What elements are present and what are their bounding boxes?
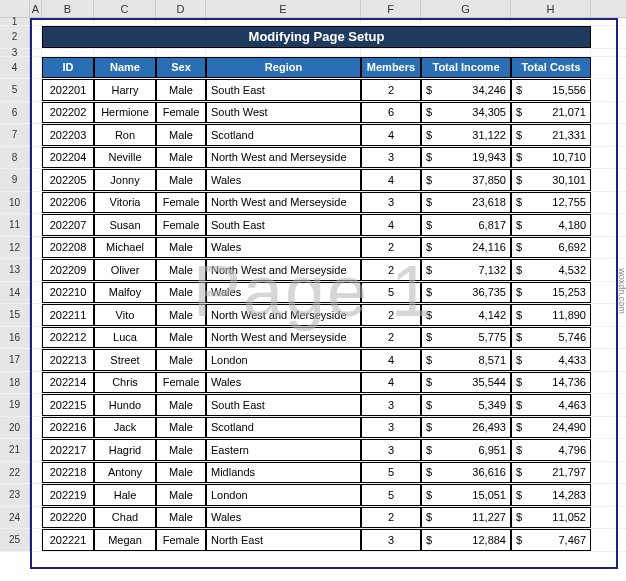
cell-members[interactable]: 5	[361, 282, 421, 304]
cell-region[interactable]: North West and Merseyside	[206, 304, 361, 326]
cell-costs[interactable]: $12,755	[511, 192, 591, 214]
cell-costs[interactable]: $4,463	[511, 394, 591, 416]
col-header-G[interactable]: G	[421, 0, 511, 17]
row-header[interactable]: 2	[0, 26, 30, 48]
cell-name[interactable]: Luca	[94, 327, 156, 349]
cell-members[interactable]: 4	[361, 372, 421, 394]
cell-members[interactable]: 4	[361, 169, 421, 191]
row-header[interactable]: 7	[0, 124, 30, 146]
cell-members[interactable]: 4	[361, 349, 421, 371]
cell-costs[interactable]: $15,253	[511, 282, 591, 304]
header-name[interactable]: Name	[94, 57, 156, 79]
cell-region[interactable]: South East	[206, 214, 361, 236]
row-header[interactable]: 4	[0, 57, 30, 79]
cell[interactable]	[421, 49, 511, 56]
cell-members[interactable]: 2	[361, 237, 421, 259]
cell-sex[interactable]: Male	[156, 282, 206, 304]
cell[interactable]	[511, 18, 591, 25]
cell[interactable]	[30, 439, 42, 461]
cell-costs[interactable]: $5,746	[511, 327, 591, 349]
cell[interactable]	[30, 394, 42, 416]
cell[interactable]	[30, 507, 42, 529]
cell-name[interactable]: Hermione	[94, 102, 156, 124]
cell[interactable]	[30, 147, 42, 169]
cell-members[interactable]: 2	[361, 327, 421, 349]
cell[interactable]	[30, 214, 42, 236]
cell-income[interactable]: $6,817	[421, 214, 511, 236]
col-header-A[interactable]: A	[30, 0, 42, 17]
cell-costs[interactable]: $15,556	[511, 79, 591, 101]
page-title[interactable]: Modifying Page Setup	[42, 26, 591, 48]
cell-sex[interactable]: Male	[156, 349, 206, 371]
cell-name[interactable]: Ron	[94, 124, 156, 146]
cell-income[interactable]: $23,618	[421, 192, 511, 214]
cell-costs[interactable]: $21,797	[511, 462, 591, 484]
cell-id[interactable]: 202212	[42, 327, 94, 349]
cell-income[interactable]: $5,775	[421, 327, 511, 349]
row-header[interactable]: 13	[0, 259, 30, 281]
row-header[interactable]: 18	[0, 372, 30, 394]
cell-sex[interactable]: Female	[156, 214, 206, 236]
row-header[interactable]: 25	[0, 529, 30, 551]
spreadsheet-grid[interactable]: A B C D E F G H 1 2 Modifying Page Setup…	[0, 0, 626, 552]
cell-income[interactable]: $4,142	[421, 304, 511, 326]
cell-income[interactable]: $34,246	[421, 79, 511, 101]
cell-name[interactable]: Vito	[94, 304, 156, 326]
cell[interactable]	[30, 18, 42, 25]
cell-sex[interactable]: Male	[156, 147, 206, 169]
cell-region[interactable]: London	[206, 349, 361, 371]
header-costs[interactable]: Total Costs	[511, 57, 591, 79]
cell-sex[interactable]: Male	[156, 417, 206, 439]
cell[interactable]	[42, 18, 94, 25]
cell[interactable]	[361, 49, 421, 56]
header-region[interactable]: Region	[206, 57, 361, 79]
row-header[interactable]: 17	[0, 349, 30, 371]
cell-id[interactable]: 202213	[42, 349, 94, 371]
cell[interactable]	[94, 49, 156, 56]
cell[interactable]	[30, 327, 42, 349]
cell[interactable]	[30, 462, 42, 484]
cell-name[interactable]: Hagrid	[94, 439, 156, 461]
row-header[interactable]: 1	[0, 18, 30, 25]
cell[interactable]	[30, 102, 42, 124]
cell-costs[interactable]: $4,180	[511, 214, 591, 236]
cell[interactable]	[30, 79, 42, 101]
cell-name[interactable]: Malfoy	[94, 282, 156, 304]
col-header-B[interactable]: B	[42, 0, 94, 17]
cell-region[interactable]: Eastern	[206, 439, 361, 461]
cell-id[interactable]: 202208	[42, 237, 94, 259]
cell-name[interactable]: Harry	[94, 79, 156, 101]
cell[interactable]	[30, 26, 42, 48]
cell-income[interactable]: $7,132	[421, 259, 511, 281]
col-header-F[interactable]: F	[361, 0, 421, 17]
cell-region[interactable]: North West and Merseyside	[206, 192, 361, 214]
cell-name[interactable]: Street	[94, 349, 156, 371]
cell-id[interactable]: 202216	[42, 417, 94, 439]
row-header[interactable]: 10	[0, 192, 30, 214]
cell-name[interactable]: Vitoria	[94, 192, 156, 214]
cell[interactable]	[30, 372, 42, 394]
cell-members[interactable]: 2	[361, 79, 421, 101]
cell-sex[interactable]: Male	[156, 79, 206, 101]
cell-costs[interactable]: $11,890	[511, 304, 591, 326]
cell-id[interactable]: 202207	[42, 214, 94, 236]
cell-costs[interactable]: $7,467	[511, 529, 591, 551]
cell-costs[interactable]: $30,101	[511, 169, 591, 191]
cell-sex[interactable]: Male	[156, 507, 206, 529]
cell-income[interactable]: $24,116	[421, 237, 511, 259]
cell-name[interactable]: Oliver	[94, 259, 156, 281]
cell-region[interactable]: London	[206, 484, 361, 506]
cell-members[interactable]: 3	[361, 417, 421, 439]
cell-name[interactable]: Hundo	[94, 394, 156, 416]
cell-id[interactable]: 202210	[42, 282, 94, 304]
row-header[interactable]: 20	[0, 417, 30, 439]
row-header[interactable]: 9	[0, 169, 30, 191]
cell-members[interactable]: 5	[361, 462, 421, 484]
cell-name[interactable]: Jack	[94, 417, 156, 439]
cell-members[interactable]: 2	[361, 259, 421, 281]
cell[interactable]	[30, 237, 42, 259]
cell-income[interactable]: $15,051	[421, 484, 511, 506]
cell-costs[interactable]: $14,736	[511, 372, 591, 394]
cell-sex[interactable]: Male	[156, 439, 206, 461]
row-header[interactable]: 21	[0, 439, 30, 461]
